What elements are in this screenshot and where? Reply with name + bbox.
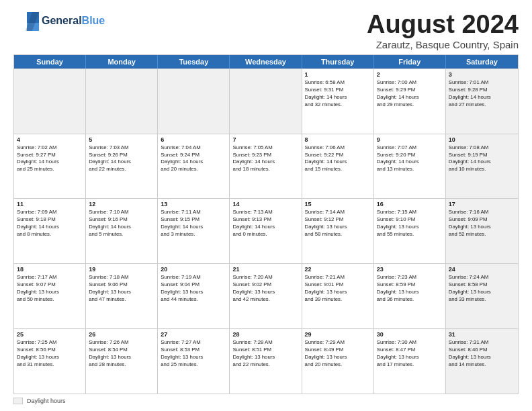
cal-day-26: 26Sunrise: 7:26 AM Sunset: 8:54 PM Dayli… xyxy=(86,329,158,394)
day-info: Sunrise: 7:20 AM Sunset: 9:02 PM Dayligh… xyxy=(232,274,298,304)
cal-day-9: 9Sunrise: 7:07 AM Sunset: 9:20 PM Daylig… xyxy=(374,134,446,199)
day-number: 4 xyxy=(17,136,83,143)
title-block: August 2024 Zarautz, Basque Country, Spa… xyxy=(367,11,519,50)
day-number: 14 xyxy=(232,201,298,208)
day-number: 25 xyxy=(17,331,83,338)
cal-row-2: 4Sunrise: 7:02 AM Sunset: 9:27 PM Daylig… xyxy=(14,134,518,199)
day-info: Sunrise: 7:28 AM Sunset: 8:51 PM Dayligh… xyxy=(232,339,298,369)
cal-row-3: 11Sunrise: 7:09 AM Sunset: 9:18 PM Dayli… xyxy=(14,198,518,263)
logo-icon xyxy=(13,11,39,31)
daylight-box xyxy=(13,398,23,404)
day-number: 19 xyxy=(89,266,154,273)
day-number: 12 xyxy=(89,201,154,208)
day-info: Sunrise: 7:14 AM Sunset: 9:12 PM Dayligh… xyxy=(305,209,371,238)
day-number: 24 xyxy=(449,266,515,273)
day-info: Sunrise: 6:58 AM Sunset: 9:31 PM Dayligh… xyxy=(305,79,371,109)
cal-day-12: 12Sunrise: 7:10 AM Sunset: 9:16 PM Dayli… xyxy=(86,199,158,263)
cal-day-28: 28Sunrise: 7:28 AM Sunset: 8:51 PM Dayli… xyxy=(230,329,302,394)
cal-day-22: 22Sunrise: 7:21 AM Sunset: 9:01 PM Dayli… xyxy=(302,264,374,328)
cal-day-15: 15Sunrise: 7:14 AM Sunset: 9:12 PM Dayli… xyxy=(302,199,374,263)
day-number: 31 xyxy=(449,331,515,338)
cal-empty xyxy=(86,69,158,134)
day-number: 27 xyxy=(161,331,226,338)
day-info: Sunrise: 7:10 AM Sunset: 9:16 PM Dayligh… xyxy=(89,209,154,238)
header: GeneralBlue August 2024 Zarautz, Basque … xyxy=(13,11,519,50)
cal-day-29: 29Sunrise: 7:29 AM Sunset: 8:49 PM Dayli… xyxy=(302,329,374,394)
day-info: Sunrise: 7:21 AM Sunset: 9:01 PM Dayligh… xyxy=(305,274,371,304)
day-number: 9 xyxy=(377,136,443,143)
day-info: Sunrise: 7:25 AM Sunset: 8:56 PM Dayligh… xyxy=(17,339,83,369)
calendar-body: 1Sunrise: 6:58 AM Sunset: 9:31 PM Daylig… xyxy=(14,68,518,394)
page: GeneralBlue August 2024 Zarautz, Basque … xyxy=(0,0,532,411)
day-info: Sunrise: 7:17 AM Sunset: 9:07 PM Dayligh… xyxy=(17,274,83,304)
header-cell-monday: Monday xyxy=(86,55,158,68)
day-number: 8 xyxy=(305,136,371,143)
cal-day-23: 23Sunrise: 7:23 AM Sunset: 8:59 PM Dayli… xyxy=(374,264,446,328)
day-info: Sunrise: 7:09 AM Sunset: 9:18 PM Dayligh… xyxy=(17,209,83,238)
day-number: 17 xyxy=(449,201,515,208)
day-number: 10 xyxy=(449,136,515,143)
cal-row-1: 1Sunrise: 6:58 AM Sunset: 9:31 PM Daylig… xyxy=(14,68,518,134)
day-info: Sunrise: 7:04 AM Sunset: 9:24 PM Dayligh… xyxy=(161,144,226,174)
cal-empty xyxy=(14,69,86,134)
day-info: Sunrise: 7:30 AM Sunset: 8:47 PM Dayligh… xyxy=(377,339,443,369)
day-info: Sunrise: 7:24 AM Sunset: 8:58 PM Dayligh… xyxy=(449,274,515,304)
header-cell-wednesday: Wednesday xyxy=(230,55,302,68)
day-number: 26 xyxy=(89,331,154,338)
cal-day-17: 17Sunrise: 7:16 AM Sunset: 9:09 PM Dayli… xyxy=(446,199,518,263)
cal-day-4: 4Sunrise: 7:02 AM Sunset: 9:27 PM Daylig… xyxy=(14,134,86,199)
day-number: 7 xyxy=(232,136,298,143)
cal-row-5: 25Sunrise: 7:25 AM Sunset: 8:56 PM Dayli… xyxy=(14,328,518,394)
cal-day-3: 3Sunrise: 7:01 AM Sunset: 9:28 PM Daylig… xyxy=(446,69,518,134)
cal-day-19: 19Sunrise: 7:18 AM Sunset: 9:06 PM Dayli… xyxy=(86,264,158,328)
cal-empty xyxy=(158,69,230,134)
day-info: Sunrise: 7:08 AM Sunset: 9:19 PM Dayligh… xyxy=(449,144,515,174)
header-cell-thursday: Thursday xyxy=(302,55,374,68)
header-cell-friday: Friday xyxy=(374,55,446,68)
day-number: 13 xyxy=(161,201,226,208)
cal-day-10: 10Sunrise: 7:08 AM Sunset: 9:19 PM Dayli… xyxy=(446,134,518,199)
day-info: Sunrise: 7:27 AM Sunset: 8:53 PM Dayligh… xyxy=(161,339,226,369)
day-info: Sunrise: 7:05 AM Sunset: 9:23 PM Dayligh… xyxy=(232,144,298,174)
day-number: 6 xyxy=(161,136,226,143)
day-info: Sunrise: 7:19 AM Sunset: 9:04 PM Dayligh… xyxy=(161,274,226,304)
day-number: 1 xyxy=(305,71,371,78)
logo: GeneralBlue xyxy=(13,11,105,31)
cal-day-30: 30Sunrise: 7:30 AM Sunset: 8:47 PM Dayli… xyxy=(374,329,446,394)
cal-day-18: 18Sunrise: 7:17 AM Sunset: 9:07 PM Dayli… xyxy=(14,264,86,328)
day-number: 22 xyxy=(305,266,371,273)
day-info: Sunrise: 7:02 AM Sunset: 9:27 PM Dayligh… xyxy=(17,144,83,174)
cal-day-2: 2Sunrise: 7:00 AM Sunset: 9:29 PM Daylig… xyxy=(374,69,446,134)
header-cell-saturday: Saturday xyxy=(446,55,518,68)
cal-day-31: 31Sunrise: 7:31 AM Sunset: 8:46 PM Dayli… xyxy=(446,329,518,394)
day-info: Sunrise: 7:00 AM Sunset: 9:29 PM Dayligh… xyxy=(377,79,443,109)
day-number: 15 xyxy=(305,201,371,208)
day-info: Sunrise: 7:26 AM Sunset: 8:54 PM Dayligh… xyxy=(89,339,154,369)
day-number: 30 xyxy=(377,331,443,338)
header-cell-sunday: Sunday xyxy=(14,55,86,68)
day-info: Sunrise: 7:07 AM Sunset: 9:20 PM Dayligh… xyxy=(377,144,443,174)
day-info: Sunrise: 7:01 AM Sunset: 9:28 PM Dayligh… xyxy=(449,79,515,109)
day-number: 5 xyxy=(89,136,154,143)
day-info: Sunrise: 7:18 AM Sunset: 9:06 PM Dayligh… xyxy=(89,274,154,304)
day-info: Sunrise: 7:31 AM Sunset: 8:46 PM Dayligh… xyxy=(449,339,515,369)
subtitle: Zarautz, Basque Country, Spain xyxy=(367,39,519,50)
logo-blue: Blue xyxy=(82,15,105,26)
cal-row-4: 18Sunrise: 7:17 AM Sunset: 9:07 PM Dayli… xyxy=(14,263,518,328)
cal-day-13: 13Sunrise: 7:11 AM Sunset: 9:15 PM Dayli… xyxy=(158,199,230,263)
day-number: 18 xyxy=(17,266,83,273)
cal-day-1: 1Sunrise: 6:58 AM Sunset: 9:31 PM Daylig… xyxy=(302,69,374,134)
header-cell-tuesday: Tuesday xyxy=(158,55,230,68)
day-number: 20 xyxy=(161,266,226,273)
day-number: 23 xyxy=(377,266,443,273)
cal-day-14: 14Sunrise: 7:13 AM Sunset: 9:13 PM Dayli… xyxy=(230,199,302,263)
cal-day-11: 11Sunrise: 7:09 AM Sunset: 9:18 PM Dayli… xyxy=(14,199,86,263)
logo-general: General xyxy=(42,15,82,26)
calendar: SundayMondayTuesdayWednesdayThursdayFrid… xyxy=(13,54,519,394)
cal-day-16: 16Sunrise: 7:15 AM Sunset: 9:10 PM Dayli… xyxy=(374,199,446,263)
day-number: 2 xyxy=(377,71,443,78)
footer: Daylight hours xyxy=(13,398,519,404)
day-number: 3 xyxy=(449,71,515,78)
daylight-label: Daylight hours xyxy=(27,398,66,404)
cal-day-5: 5Sunrise: 7:03 AM Sunset: 9:26 PM Daylig… xyxy=(86,134,158,199)
